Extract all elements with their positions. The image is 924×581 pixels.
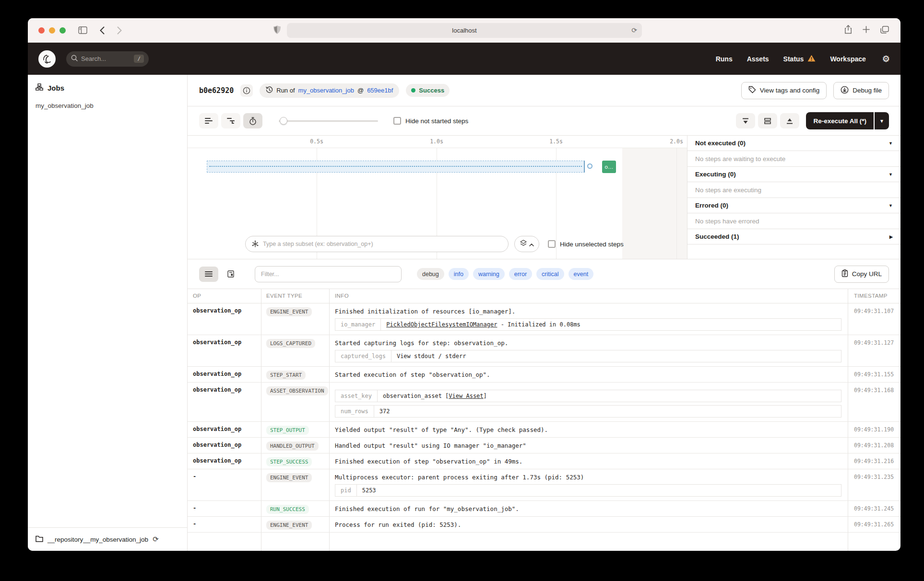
forward-button[interactable] xyxy=(117,26,122,35)
top-nav: Runs Assets Status Workspace ⚙ xyxy=(716,54,890,64)
section-empty-message: No steps are executing xyxy=(687,182,900,198)
minimize-window-button[interactable] xyxy=(49,27,55,34)
event-type-pill: STEP_START xyxy=(266,371,306,380)
log-level-chip-info[interactable]: info xyxy=(449,268,469,280)
step-panel-section-header[interactable]: Succeeded (1)▶ xyxy=(687,229,900,244)
view-tags-config-button[interactable]: View tags and config xyxy=(741,82,827,99)
nav-assets[interactable]: Assets xyxy=(747,55,769,63)
log-row[interactable]: observation_opASSET_OBSERVATIONasset_key… xyxy=(188,383,900,422)
sidebar-toggle-icon[interactable] xyxy=(78,26,87,34)
dagster-logo[interactable] xyxy=(38,50,56,68)
log-row[interactable]: observation_opSTEP_SUCCESSFinished execu… xyxy=(188,453,900,469)
hide-not-started-checkbox[interactable]: Hide not started steps xyxy=(393,117,468,125)
log-level-chip-warning[interactable]: warning xyxy=(473,268,505,280)
log-level-chip-error[interactable]: error xyxy=(509,268,532,280)
share-icon[interactable] xyxy=(844,25,852,36)
reexecute-button-group: Re-execute All (*) ▼ xyxy=(806,112,889,129)
log-level-chip-critical[interactable]: critical xyxy=(536,268,564,280)
collapse-panel-icon[interactable] xyxy=(736,113,755,128)
flat-view-icon[interactable] xyxy=(199,113,218,128)
section-title: Not executed (0) xyxy=(695,139,746,147)
graph-query-toggle-button[interactable] xyxy=(514,236,539,252)
log-info: Handled output "result" using IO manager… xyxy=(330,438,848,453)
metadata-key: io_manager xyxy=(335,319,381,330)
metadata-link[interactable]: PickledObjectFilesystemIOManager xyxy=(386,321,497,328)
global-search[interactable]: / xyxy=(66,51,149,67)
metadata-entry: io_managerPickledObjectFilesystemIOManag… xyxy=(335,318,841,331)
step-duration-bar[interactable] xyxy=(207,161,585,173)
section-title: Errored (0) xyxy=(695,202,728,209)
log-level-chip-event[interactable]: event xyxy=(569,268,594,280)
nav-workspace[interactable]: Workspace xyxy=(830,55,865,63)
log-row[interactable]: -ENGINE_EVENTMultiprocess executor: pare… xyxy=(188,469,900,501)
privacy-shield-icon xyxy=(273,25,281,36)
gantt-region: 0.5s 1.0s 1.5s 2.0s o… xyxy=(188,135,900,259)
event-type-pill: ENGINE_EVENT xyxy=(266,521,312,530)
copy-url-button[interactable]: Copy URL xyxy=(834,266,889,283)
close-window-button[interactable] xyxy=(38,27,45,34)
metadata-link[interactable]: View Asset xyxy=(449,393,483,399)
log-info: Finished execution of run for "my_observ… xyxy=(330,501,848,516)
log-row[interactable]: observation_opLOGS_CAPTUREDStarted captu… xyxy=(188,335,900,367)
nav-runs[interactable]: Runs xyxy=(716,55,733,63)
settings-gear-icon[interactable]: ⚙ xyxy=(882,54,890,64)
section-title: Executing (0) xyxy=(695,171,736,178)
log-row[interactable]: observation_opSTEP_STARTStarted executio… xyxy=(188,367,900,383)
chevron-down-icon: ▼ xyxy=(888,203,893,208)
reexecute-all-button[interactable]: Re-execute All (*) xyxy=(806,112,874,129)
gantt-chart: 0.5s 1.0s 1.5s 2.0s o… xyxy=(188,136,687,259)
download-circle-icon xyxy=(841,86,849,95)
step-panel-section-header[interactable]: Executing (0)▼ xyxy=(687,167,900,182)
log-row[interactable]: observation_opHANDLED_OUTPUTHandled outp… xyxy=(188,438,900,453)
tab-overview-icon[interactable] xyxy=(880,26,889,35)
zoom-window-button[interactable] xyxy=(59,27,66,34)
step-subset-input[interactable] xyxy=(245,236,509,252)
structured-view-icon[interactable] xyxy=(221,267,240,282)
back-button[interactable] xyxy=(100,26,105,35)
zoom-slider[interactable] xyxy=(279,117,378,125)
search-input[interactable] xyxy=(81,55,124,62)
log-op: - xyxy=(188,517,261,532)
job-link[interactable]: my_observation_job xyxy=(298,87,354,94)
log-filter-input[interactable] xyxy=(255,266,402,282)
event-type-pill: HANDLED_OUTPUT xyxy=(266,442,319,451)
reload-icon[interactable]: ⟳ xyxy=(631,26,637,34)
step-panel-section-header[interactable]: Errored (0)▼ xyxy=(687,198,900,213)
metadata-text: 372 xyxy=(379,408,390,415)
list-view-icon[interactable] xyxy=(199,267,218,282)
sidebar-item-my-observation-job[interactable]: my_observation_job xyxy=(28,99,187,113)
log-table-header: OP EVENT TYPE INFO TIMESTAMP xyxy=(188,289,900,303)
layers-icon xyxy=(520,240,527,248)
log-event-type: ENGINE_EVENT xyxy=(261,517,330,532)
log-row[interactable]: observation_opSTEP_OUTPUTYielded output … xyxy=(188,422,900,438)
nav-status[interactable]: Status xyxy=(783,55,816,63)
reexecute-dropdown-button[interactable]: ▼ xyxy=(875,112,889,129)
split-panel-icon[interactable] xyxy=(758,113,777,128)
search-icon xyxy=(71,55,78,63)
slider-knob[interactable] xyxy=(280,117,287,125)
debug-file-button[interactable]: Debug file xyxy=(833,82,889,99)
waterfall-view-icon[interactable] xyxy=(221,113,240,128)
log-row[interactable]: observation_opENGINE_EVENTFinished initi… xyxy=(188,303,900,335)
log-row[interactable]: -ENGINE_EVENTProcess for run exited (pid… xyxy=(188,517,900,533)
metadata-key: captured_logs xyxy=(335,350,391,362)
log-info: Finished execution of step "observation_… xyxy=(330,453,848,469)
metadata-text: ] xyxy=(484,393,487,399)
step-panel-section-header[interactable]: Not executed (0)▼ xyxy=(687,136,900,151)
hide-unselected-checkbox[interactable]: Hide unselected steps xyxy=(548,240,624,248)
step-box[interactable]: o… xyxy=(602,161,616,173)
log-row[interactable]: -RUN_SUCCESSFinished execution of run fo… xyxy=(188,501,900,517)
log-level-chip-debug[interactable]: debug xyxy=(417,268,444,280)
expand-panel-icon[interactable] xyxy=(780,113,799,128)
timed-view-icon[interactable] xyxy=(243,113,262,128)
folder-icon xyxy=(36,535,43,544)
commit-link[interactable]: 659ee1bf xyxy=(367,87,393,94)
address-bar[interactable]: localhost ⟳ xyxy=(287,23,642,38)
reload-repository-icon[interactable]: ⟳ xyxy=(153,535,159,544)
checkbox-icon[interactable] xyxy=(548,240,556,248)
checkbox-icon[interactable] xyxy=(393,117,401,125)
log-op: observation_op xyxy=(188,383,261,421)
new-tab-icon[interactable] xyxy=(863,26,870,35)
url-text: localhost xyxy=(452,27,476,34)
info-icon[interactable] xyxy=(240,84,253,97)
